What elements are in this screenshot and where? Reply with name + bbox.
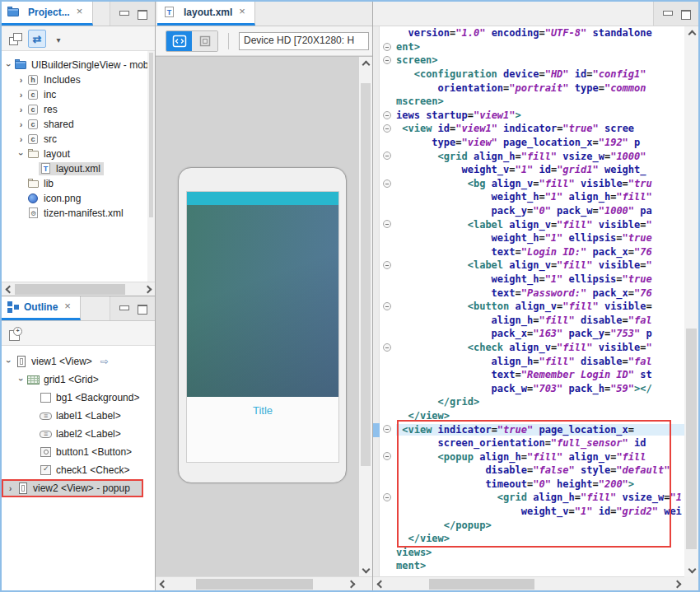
tree-item[interactable]: label1 <Label> [2, 407, 155, 425]
code-line[interactable]: orientation="portrait" type="common [380, 81, 698, 95]
code-line[interactable]: <popup align_h="fill" align_v="fill [380, 450, 698, 464]
fold-gutter[interactable] [380, 54, 396, 68]
code-line[interactable]: <view id="view1" indicator="true" scree [380, 122, 698, 136]
fold-collapse-icon[interactable] [383, 343, 391, 352]
fold-collapse-icon[interactable] [383, 56, 391, 64]
scroll-right-icon[interactable] [346, 578, 358, 590]
code-line[interactable]: ment> [380, 559, 698, 573]
scroll-up-icon[interactable] [359, 57, 371, 69]
code-line[interactable]: <grid align_h="fill" vsize_w="1 [380, 491, 698, 505]
chevron-collapsed-icon[interactable] [5, 483, 16, 493]
fold-gutter[interactable] [380, 149, 396, 163]
fold-collapse-icon[interactable] [383, 43, 391, 51]
fold-gutter[interactable] [380, 341, 396, 355]
phone-screen[interactable]: Title [186, 191, 339, 463]
code-line[interactable]: </view> [380, 532, 698, 546]
scroll-right-icon[interactable] [672, 578, 684, 590]
code-line[interactable]: pack_y="0" pack_w="1000" pa [380, 204, 698, 218]
tree-item[interactable]: lib [2, 176, 155, 191]
code-line[interactable]: iews startup="view1"> [380, 109, 698, 123]
fold-gutter[interactable] [380, 217, 396, 231]
scroll-right-icon[interactable] [142, 283, 155, 296]
source-view-button[interactable] [166, 31, 192, 51]
project-hscroll-thumb[interactable] [15, 284, 125, 295]
code-line[interactable]: text="Password:" pack_x="76 [380, 286, 698, 300]
tree-item[interactable]: view1 <View>⇨ [2, 352, 155, 371]
chevron-expanded-icon[interactable] [16, 149, 26, 159]
code-line[interactable]: views> [380, 546, 698, 560]
fold-collapse-icon[interactable] [383, 302, 391, 310]
maximize-icon[interactable] [137, 304, 147, 313]
xml-editor[interactable]: version="1.0" encoding="UTF-8" standalon… [373, 26, 698, 576]
code-line[interactable]: weight_h="1" ellipsis="true [380, 231, 698, 245]
code-line[interactable]: align_h="fill" disable="fal [380, 354, 698, 368]
scroll-left-icon[interactable] [156, 578, 168, 590]
device-selector[interactable]: Device HD [720X1280: H [239, 32, 369, 50]
fold-gutter[interactable] [380, 40, 396, 54]
go-to-view-icon[interactable]: ⇨ [100, 356, 109, 367]
code-line[interactable]: <button align_v="fill" visible= [380, 300, 698, 314]
scroll-down-icon[interactable] [359, 564, 371, 576]
code-line[interactable]: type="view" page_location_x="192" p [380, 136, 698, 150]
tab-outline[interactable]: Outline [2, 296, 81, 320]
view-menu-button[interactable] [49, 30, 68, 48]
chevron-collapsed-icon[interactable] [16, 105, 26, 114]
tree-item[interactable]: res [2, 102, 155, 117]
code-line[interactable]: weight_h="1" align_h="fill" [380, 190, 698, 204]
fold-gutter[interactable] [380, 122, 396, 136]
tree-item[interactable]: bg1 <Background> [2, 389, 155, 407]
close-icon[interactable] [238, 7, 248, 17]
fold-collapse-icon[interactable] [383, 124, 391, 133]
code-line[interactable]: pack_w="703" pack_h="59"></ [380, 381, 698, 395]
chevron-collapsed-icon[interactable] [16, 75, 26, 85]
code-line[interactable]: ent> [380, 40, 698, 54]
code-line[interactable]: weight_v="1" id="grid2" wei [380, 505, 698, 519]
design-view-button[interactable] [192, 31, 217, 51]
code-line[interactable]: text="Login ID:" pack_x="76 [380, 245, 698, 259]
canvas-hscroll[interactable] [156, 576, 372, 590]
canvas-vscroll[interactable] [359, 57, 372, 576]
tree-item[interactable]: tizen-manifest.xml [2, 206, 155, 221]
code-line[interactable]: <label align_v="fill" visible=" [380, 259, 698, 273]
editor-hscroll-thumb[interactable] [429, 579, 534, 590]
code-line[interactable]: <grid align_h="fill" vsize_w="1000" [380, 149, 698, 163]
minimize-icon[interactable] [119, 9, 128, 18]
code-line[interactable]: </grid> [380, 395, 698, 409]
fold-collapse-icon[interactable] [383, 261, 391, 269]
tab-layout-xml[interactable]: layout.xml [157, 2, 255, 26]
scroll-left-icon[interactable] [373, 578, 385, 590]
canvas-hscroll-thumb[interactable] [196, 579, 313, 590]
project-vscroll[interactable] [147, 51, 155, 282]
minimize-icon[interactable] [119, 304, 128, 313]
code-line[interactable]: pack_x="163" pack_y="753" p [380, 327, 698, 341]
code-line[interactable]: <check align_v="fill" visible=" [380, 341, 698, 355]
tab-project-explorer[interactable]: Project... [2, 2, 93, 26]
fold-collapse-icon[interactable] [383, 151, 391, 160]
code-line[interactable]: mscreen> [380, 95, 698, 109]
editor-vscroll-thumb[interactable] [686, 329, 697, 548]
code-line[interactable]: <bg align_v="fill" visible="tru [380, 177, 698, 191]
tree-item[interactable]: inc [2, 87, 155, 102]
collapse-all-button[interactable] [7, 30, 25, 48]
select-popup-button[interactable] [7, 324, 25, 343]
tree-item[interactable]: view2 <View> - popup [2, 479, 143, 497]
fold-gutter[interactable] [380, 450, 396, 464]
fold-collapse-icon[interactable] [383, 493, 391, 501]
code-line[interactable]: <label align_v="fill" visible=" [380, 217, 698, 231]
tree-item[interactable]: layout [2, 147, 155, 161]
tree-item[interactable]: layout.xml [2, 161, 155, 176]
link-with-editor-button[interactable] [28, 30, 46, 48]
tree-item[interactable]: button1 <Button> [2, 443, 155, 461]
code-line[interactable]: timeout="0" height="200"> [380, 478, 698, 492]
tree-item[interactable]: check1 <Check> [2, 461, 155, 479]
tree-item[interactable]: UIBuilderSingleView - mobile [2, 58, 155, 72]
design-canvas[interactable]: Title [156, 56, 372, 576]
scroll-left-icon[interactable] [2, 283, 14, 296]
maximize-icon[interactable] [680, 9, 690, 18]
fold-collapse-icon[interactable] [383, 179, 391, 188]
code-line[interactable]: screen> [380, 54, 698, 68]
code-line[interactable]: version="1.0" encoding="UTF-8" standalon… [380, 26, 698, 40]
editor-hscroll[interactable] [373, 576, 698, 590]
code-line[interactable]: screen_orientation="full_sensor" id [380, 436, 698, 450]
canvas-vscroll-thumb[interactable] [361, 83, 371, 466]
